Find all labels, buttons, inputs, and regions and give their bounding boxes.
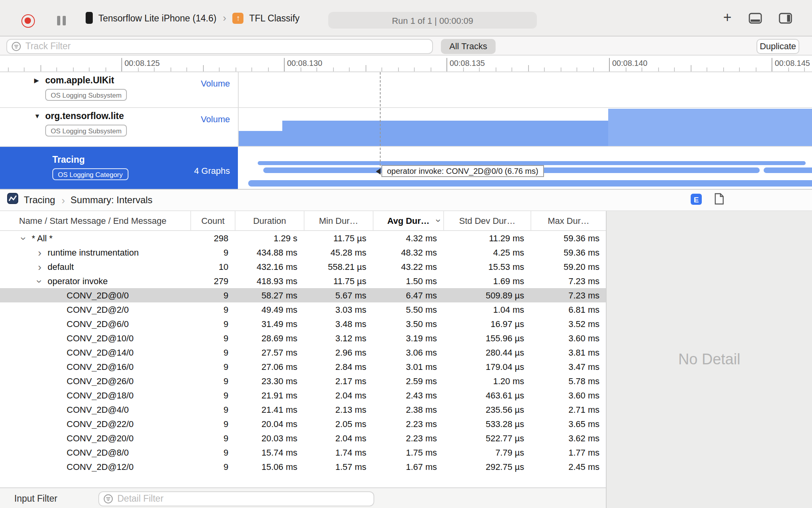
row-value: 235.56 µs xyxy=(443,405,530,414)
track-filter-placeholder: Track Filter xyxy=(25,41,71,51)
collapse-chevron-icon[interactable]: › xyxy=(34,275,46,287)
timeline-ruler[interactable]: 00:08.125 00:08.130 00:08.135 00:08.140 … xyxy=(0,56,812,72)
right-panel-icon xyxy=(779,13,792,24)
table-row[interactable]: CONV_2D@6/0931.49 ms3.48 ms3.50 ms16.97 … xyxy=(0,317,606,331)
row-name: * All * xyxy=(32,233,53,243)
column-header-max-dur[interactable]: Max Dur… xyxy=(530,211,606,230)
column-header-duration[interactable]: Duration xyxy=(235,211,304,230)
row-value: 27.06 ms xyxy=(235,362,304,371)
document-inspector-icon[interactable] xyxy=(714,193,724,208)
no-detail-label: No Detail xyxy=(678,351,740,368)
disclosure-collapsed-icon[interactable]: ▶ xyxy=(34,77,39,84)
expand-chevron-icon[interactable]: › xyxy=(32,261,48,273)
row-value: 3.47 ms xyxy=(530,362,606,371)
track-filter-input[interactable]: Track Filter xyxy=(6,38,433,54)
row-value: 3.65 ms xyxy=(530,419,606,429)
row-value: 432.16 ms xyxy=(235,262,304,271)
run-status-text: Run 1 of 1 | 00:00:09 xyxy=(392,15,473,25)
table-row-selected[interactable]: CONV_2D@0/0958.27 ms5.67 ms6.47 ms509.89… xyxy=(0,288,606,302)
row-name-cell: ›default xyxy=(0,261,190,273)
row-name-cell: CONV_2D@10/0 xyxy=(0,333,190,343)
pause-button[interactable] xyxy=(57,16,65,25)
row-value: 2.13 ms xyxy=(304,405,373,414)
volume-area-segment xyxy=(282,121,608,146)
ruler-tick xyxy=(73,67,73,71)
collapse-chevron-icon[interactable]: › xyxy=(18,232,30,244)
toggle-right-panel-button[interactable] xyxy=(779,13,792,27)
row-value: 6.81 ms xyxy=(530,305,606,314)
row-value: 9 xyxy=(190,448,235,457)
table-row[interactable]: CONV_2D@14/0927.57 ms2.96 ms3.06 ms280.4… xyxy=(0,345,606,360)
table-row[interactable]: ›* All *2981.29 s11.75 µs4.32 ms11.29 ms… xyxy=(0,231,606,245)
breadcrumb-root[interactable]: Tracing xyxy=(24,194,55,206)
inspection-head-line xyxy=(380,72,381,174)
row-value: 3.12 ms xyxy=(304,333,373,343)
row-value: 2.05 ms xyxy=(304,419,373,429)
row-value: 3.19 ms xyxy=(373,333,443,343)
detail-filter-input[interactable]: Detail Filter xyxy=(98,491,374,506)
table-row[interactable]: CONV_2D@4/0921.41 ms2.13 ms2.38 ms235.56… xyxy=(0,402,606,417)
track-lane[interactable]: operator invoke: CONV_2D@0/0 (6.76 ms) xyxy=(238,147,812,189)
column-header-name[interactable]: Name / Start Message / End Message xyxy=(0,211,190,230)
row-value: 9 xyxy=(190,248,235,257)
expand-chevron-icon[interactable]: › xyxy=(32,246,48,258)
table-row[interactable]: ›runtime instrumentation9434.88 ms45.28 … xyxy=(0,245,606,260)
row-value: 2.17 ms xyxy=(304,376,373,386)
row-value: 9 xyxy=(190,291,235,300)
table-row[interactable]: CONV_2D@2/0949.49 ms3.03 ms5.50 ms1.04 m… xyxy=(0,302,606,317)
record-button[interactable] xyxy=(21,14,35,28)
toggle-bottom-panel-button[interactable] xyxy=(749,13,762,27)
all-tracks-button[interactable]: All Tracks xyxy=(441,38,496,54)
filter-icon xyxy=(103,493,113,504)
track-lane[interactable] xyxy=(238,72,812,107)
ruler-label: 00:08.145 xyxy=(775,59,810,67)
row-value: 7.23 ms xyxy=(530,291,606,300)
track-row-tensorflow[interactable]: ▼ org.tensorflow.lite OS Logging Subsyst… xyxy=(0,108,812,147)
row-value: 7.23 ms xyxy=(530,276,606,286)
column-header-avg-dur-sorted[interactable]: Avg Dur…› xyxy=(373,211,443,230)
breadcrumb-page[interactable]: Summary: Intervals xyxy=(71,194,153,206)
table-row[interactable]: CONV_2D@20/0920.03 ms2.04 ms2.23 ms522.7… xyxy=(0,431,606,445)
record-dot-icon xyxy=(25,17,31,23)
table-row[interactable]: ›operator invoke279418.93 ms11.75 µs1.50… xyxy=(0,274,606,288)
ruler-tick xyxy=(723,67,724,71)
row-value: 15.06 ms xyxy=(235,462,304,471)
row-name: operator invoke xyxy=(48,276,108,286)
table-row[interactable]: CONV_2D@22/0920.04 ms2.05 ms2.23 ms533.2… xyxy=(0,417,606,431)
ruler-tick xyxy=(381,67,382,71)
row-value: 3.03 ms xyxy=(304,305,373,314)
row-value: 5.50 ms xyxy=(373,305,443,314)
row-value: 2.04 ms xyxy=(304,433,373,443)
row-value: 2.71 ms xyxy=(530,405,606,414)
table-row[interactable]: CONV_2D@16/0927.06 ms2.84 ms3.01 ms179.0… xyxy=(0,360,606,374)
ruler-tick xyxy=(446,58,447,71)
table-row[interactable]: CONV_2D@12/0915.06 ms1.57 ms1.67 ms292.7… xyxy=(0,460,606,474)
column-header-std-dev-dur[interactable]: Std Dev Dur… xyxy=(443,211,530,230)
track-badge: OS Logging Subsystem xyxy=(45,89,127,101)
table-row[interactable]: CONV_2D@10/0928.69 ms3.12 ms3.19 ms155.9… xyxy=(0,331,606,345)
row-name-cell: ›operator invoke xyxy=(0,275,190,287)
table-row[interactable]: CONV_2D@18/0921.91 ms2.04 ms2.43 ms463.6… xyxy=(0,388,606,402)
row-value: 9 xyxy=(190,362,235,371)
extended-detail-inspector-icon[interactable]: E xyxy=(691,194,702,205)
column-header-min-dur[interactable]: Min Dur… xyxy=(304,211,373,230)
device-target-selector[interactable]: Tensorflow Lite iPhone (14.6) › ↑ TFL Cl… xyxy=(86,12,300,24)
add-track-button[interactable]: + xyxy=(723,10,732,26)
track-row-tracing-selected[interactable]: Tracing OS Logging Category 4 Graphs ope… xyxy=(0,147,812,189)
row-value: 3.48 ms xyxy=(304,319,373,329)
track-row-uikit[interactable]: ▶ com.apple.UIKit OS Logging Subsystem V… xyxy=(0,72,812,108)
row-value: 2.96 ms xyxy=(304,348,373,357)
column-header-count[interactable]: Count xyxy=(190,211,235,230)
table-row[interactable]: CONV_2D@26/0923.30 ms2.17 ms2.59 ms1.20 … xyxy=(0,374,606,388)
track-lane[interactable] xyxy=(238,108,812,146)
ruler-tick xyxy=(642,67,642,71)
table-row[interactable]: CONV_2D@8/0915.74 ms1.74 ms1.75 ms7.79 µ… xyxy=(0,445,606,460)
row-value: 9 xyxy=(190,462,235,471)
row-value: 2.43 ms xyxy=(373,391,443,400)
disclosure-expanded-icon[interactable]: ▼ xyxy=(34,113,40,120)
track-area: ▶ com.apple.UIKit OS Logging Subsystem V… xyxy=(0,72,812,189)
duplicate-button[interactable]: Duplicate xyxy=(756,38,799,54)
row-name-cell: CONV_2D@26/0 xyxy=(0,376,190,386)
table-row[interactable]: ›default10432.16 ms558.21 µs43.22 ms15.5… xyxy=(0,260,606,274)
row-value: 3.81 ms xyxy=(530,348,606,357)
